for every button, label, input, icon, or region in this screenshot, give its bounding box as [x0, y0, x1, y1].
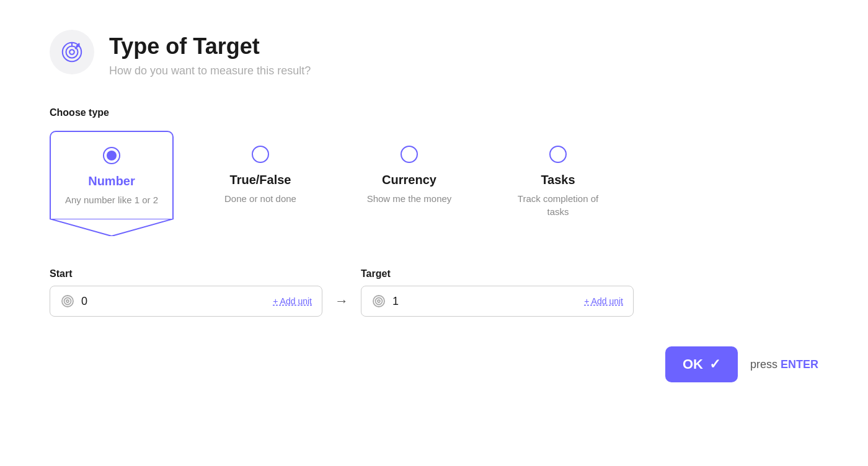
- section-label: Choose type: [50, 107, 818, 118]
- card-number-bottom: [50, 219, 174, 236]
- card-number-title: Number: [88, 174, 135, 188]
- start-field-group: Start 0 + Add unit: [50, 268, 322, 317]
- card-tasks-title: Tasks: [541, 173, 575, 187]
- header-text: Type of Target How do you want to measur…: [109, 30, 311, 77]
- ok-checkmark: ✓: [709, 356, 720, 372]
- start-add-unit[interactable]: + Add unit: [273, 296, 312, 306]
- start-target-icon: [60, 294, 75, 309]
- target-field-group: Target 1 + Add unit: [361, 268, 634, 317]
- ok-label: OK: [683, 356, 703, 372]
- card-number-inner: Number Any number like 1 or 2: [50, 131, 174, 219]
- page-subtitle: How do you want to measure this result?: [109, 64, 311, 77]
- ok-row: OK ✓ press ENTER: [50, 346, 818, 382]
- type-cards: Number Any number like 1 or 2 True/False…: [50, 131, 818, 236]
- ok-button[interactable]: OK ✓: [665, 346, 738, 382]
- radio-tasks: [549, 146, 567, 163]
- target-target-icon: [371, 294, 386, 309]
- card-true-false-title: True/False: [230, 173, 291, 187]
- radio-number: [103, 147, 120, 164]
- header: Type of Target How do you want to measur…: [50, 30, 818, 77]
- press-enter-text: press ENTER: [750, 358, 818, 371]
- enter-label: ENTER: [781, 358, 818, 371]
- fields-row: Start 0 + Add unit → Target 1: [50, 268, 818, 317]
- svg-point-12: [376, 298, 383, 305]
- arrow-icon: →: [335, 293, 348, 309]
- card-true-false[interactable]: True/False Done or not done: [198, 131, 322, 236]
- target-add-unit[interactable]: + Add unit: [584, 296, 623, 306]
- target-value: 1: [392, 295, 578, 308]
- target-icon-circle: [50, 30, 94, 74]
- card-currency-title: Currency: [382, 173, 436, 187]
- card-number-desc: Any number like 1 or 2: [65, 193, 158, 206]
- card-number[interactable]: Number Any number like 1 or 2: [50, 131, 174, 236]
- svg-point-9: [64, 298, 71, 305]
- target-label: Target: [361, 268, 634, 279]
- radio-true-false: [252, 146, 269, 163]
- card-true-false-desc: Done or not done: [224, 192, 296, 205]
- card-tasks[interactable]: Tasks Track completion of tasks: [496, 131, 620, 236]
- svg-point-10: [66, 300, 69, 302]
- target-icon: [60, 40, 84, 64]
- card-tasks-desc: Track completion of tasks: [508, 192, 608, 218]
- card-currency-desc: Show me the money: [367, 192, 452, 205]
- svg-point-13: [378, 300, 380, 302]
- start-input[interactable]: 0 + Add unit: [50, 286, 322, 317]
- radio-currency: [401, 146, 418, 163]
- page-title: Type of Target: [109, 33, 311, 59]
- svg-point-2: [69, 50, 74, 55]
- target-input[interactable]: 1 + Add unit: [361, 286, 634, 317]
- start-label: Start: [50, 268, 322, 279]
- card-currency[interactable]: Currency Show me the money: [347, 131, 471, 236]
- start-value: 0: [81, 295, 267, 308]
- page-container: Type of Target How do you want to measur…: [50, 30, 818, 382]
